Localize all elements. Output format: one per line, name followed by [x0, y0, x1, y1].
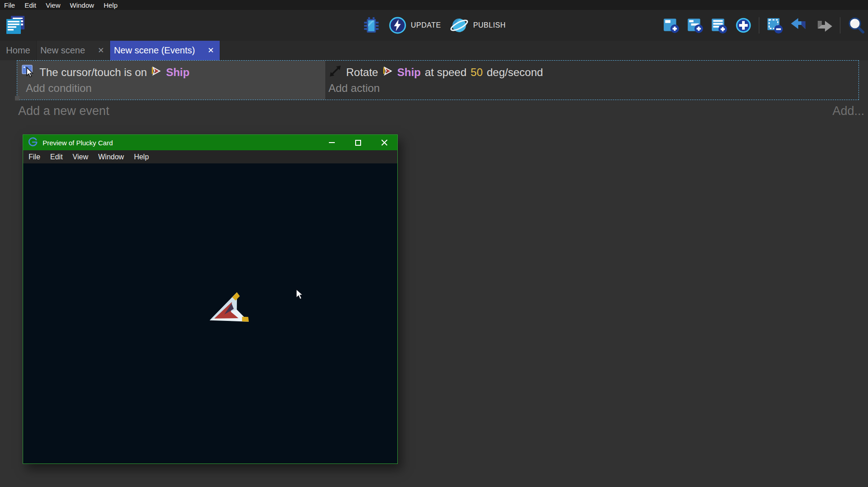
minimize-button[interactable] [318, 135, 345, 150]
toolbar-right-group [663, 10, 865, 41]
tab-home[interactable]: Home [0, 41, 37, 60]
toolbar-separator [840, 17, 840, 33]
condition-cursor-on-ship[interactable]: The cursor/touch is on Ship [22, 63, 325, 81]
close-icon[interactable]: ✕ [206, 45, 216, 56]
preview-window: Preview of Plucky Card File Edit View Wi… [23, 134, 398, 464]
event-row[interactable]: The cursor/touch is on Ship Add conditio… [17, 60, 859, 100]
close-icon [381, 139, 388, 146]
update-button[interactable]: UPDATE [389, 16, 441, 34]
event-conditions-cell[interactable]: The cursor/touch is on Ship Add conditio… [17, 61, 325, 100]
events-sheet: The cursor/touch is on Ship Add conditio… [0, 60, 868, 487]
search-icon[interactable] [847, 16, 865, 34]
debug-icon[interactable] [362, 16, 381, 34]
publish-label: PUBLISH [473, 21, 506, 29]
condition-text: The cursor/touch is on [39, 66, 147, 79]
tab-bar: Home New scene ✕ New scene (Events) ✕ [0, 41, 868, 60]
add-event-row: Add a new event Add... [0, 100, 868, 121]
redo-icon[interactable] [815, 17, 833, 33]
publish-icon [449, 16, 469, 35]
minimize-icon [329, 142, 335, 143]
tab-new-scene-events[interactable]: New scene (Events) ✕ [110, 41, 220, 60]
tab-label: Home [6, 45, 30, 56]
tab-label: New scene (Events) [114, 45, 195, 56]
toolbar-separator [759, 17, 759, 33]
preview-menu-view[interactable]: View [72, 153, 88, 161]
menu-file[interactable]: File [4, 1, 15, 9]
preview-menu-help[interactable]: Help [134, 153, 149, 161]
condition-object-name: Ship [166, 66, 189, 79]
add-comment-icon[interactable] [711, 17, 728, 34]
undo-icon[interactable] [790, 17, 808, 33]
preview-titlebar[interactable]: Preview of Plucky Card [23, 135, 397, 150]
cursor-on-object-icon [22, 64, 35, 81]
maximize-button[interactable] [345, 135, 371, 150]
event-actions-cell[interactable]: Rotate Ship at speed 50 deg/second [325, 61, 858, 100]
add-action-button[interactable]: Add action [328, 82, 858, 95]
action-verb: Rotate [346, 66, 378, 79]
preview-window-title: Preview of Plucky Card [43, 139, 318, 147]
add-event-icon[interactable] [663, 17, 680, 34]
tab-new-scene[interactable]: New scene ✕ [37, 41, 110, 60]
project-manager-icon[interactable] [5, 16, 26, 35]
cursor-pointer [295, 289, 304, 302]
maximize-icon [355, 140, 361, 146]
add-more-button[interactable]: Add... [832, 104, 864, 118]
main-menubar: File Edit View Window Help [0, 0, 868, 10]
preview-menu-edit[interactable]: Edit [50, 153, 63, 161]
action-mid-text: at speed [425, 66, 467, 79]
action-unit-text: deg/second [487, 66, 543, 79]
preview-menu-file[interactable]: File [29, 153, 40, 161]
window-controls [318, 135, 397, 150]
close-button[interactable] [371, 135, 397, 150]
toolbar-center-group: UPDATE PUBLISH [362, 10, 506, 41]
gdevelop-logo-icon [28, 137, 38, 148]
add-condition-button[interactable]: Add condition [22, 82, 325, 95]
menu-help[interactable]: Help [104, 1, 118, 9]
main-toolbar: UPDATE PUBLISH [0, 10, 868, 41]
add-circle-icon[interactable] [735, 17, 752, 34]
action-speed-value: 50 [471, 66, 483, 79]
action-object-name: Ship [397, 66, 421, 79]
rotate-icon [328, 64, 342, 81]
menu-edit[interactable]: Edit [24, 1, 36, 9]
ship-object-icon [151, 66, 162, 79]
ship-object-icon [382, 66, 393, 79]
tab-label: New scene [40, 45, 85, 56]
preview-menubar: File Edit View Window Help [23, 150, 397, 163]
preview-menu-window[interactable]: Window [98, 153, 124, 161]
add-new-event-button[interactable]: Add a new event [18, 104, 109, 118]
event-drag-handle[interactable] [15, 96, 19, 100]
menu-view[interactable]: View [46, 1, 60, 9]
ship-sprite [207, 292, 248, 334]
add-subevent-icon[interactable] [687, 17, 704, 34]
gdevelop-app: File Edit View Window Help [0, 0, 868, 487]
close-icon[interactable]: ✕ [96, 45, 106, 56]
game-viewport[interactable] [23, 163, 397, 463]
update-label: UPDATE [411, 21, 441, 29]
menu-window[interactable]: Window [70, 1, 94, 9]
action-rotate-ship[interactable]: Rotate Ship at speed 50 deg/second [328, 63, 858, 81]
update-icon [389, 16, 407, 34]
remove-selection-icon[interactable] [766, 17, 783, 34]
publish-button[interactable]: PUBLISH [449, 16, 506, 35]
